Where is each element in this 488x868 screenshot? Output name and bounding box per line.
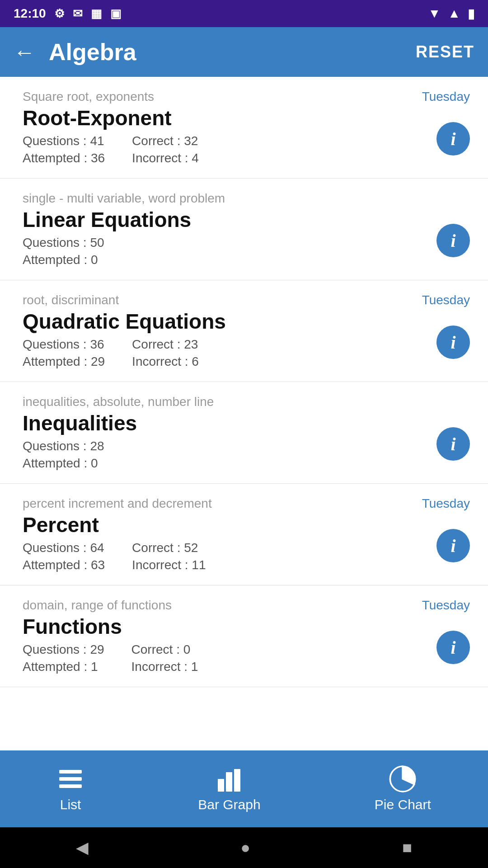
- info-btn-wrap: Tuesday i: [422, 598, 470, 664]
- svg-rect-2: [59, 784, 82, 788]
- info-icon: i: [450, 230, 455, 251]
- info-btn-wrap: Tuesday i: [422, 293, 470, 359]
- info-btn-wrap: Tuesday i: [422, 90, 470, 156]
- stat-incorrect: Incorrect : 6: [132, 354, 199, 369]
- topic-day: Tuesday: [422, 496, 470, 511]
- topic-subtitle: domain, range of functions: [23, 598, 422, 613]
- bottom-nav: List Bar Graph Pie Chart: [0, 750, 488, 827]
- stat-attempted: Attempted : 63: [23, 558, 105, 572]
- svg-rect-4: [226, 772, 232, 792]
- topic-stats: Questions : 41 Attempted : 36 Correct : …: [23, 134, 422, 165]
- topic-left: root, discriminant Quadratic Equations Q…: [23, 293, 422, 369]
- nav-item-pie-chart[interactable]: Pie Chart: [375, 765, 431, 812]
- stat-questions: Questions : 41: [23, 134, 105, 148]
- topic-item-linear-equations[interactable]: single - multi variable, word problem Li…: [0, 179, 488, 280]
- svg-rect-0: [59, 770, 82, 774]
- topic-item-percent[interactable]: percent increment and decrement Percent …: [0, 484, 488, 585]
- gmail-icon: ✉: [73, 7, 83, 21]
- nav-item-bar-graph[interactable]: Bar Graph: [198, 765, 260, 812]
- stat-questions: Questions : 29: [23, 642, 104, 657]
- app-bar: ← Algebra RESET: [0, 27, 488, 77]
- back-button[interactable]: ←: [14, 40, 35, 65]
- status-left: 12:10 ⚙ ✉ ▦ ▣: [14, 6, 122, 21]
- topic-stats: Questions : 36 Attempted : 29 Correct : …: [23, 337, 422, 369]
- topic-day: Tuesday: [422, 598, 470, 613]
- nav-list-label: List: [60, 797, 81, 812]
- sd-icon: ▣: [110, 7, 122, 21]
- info-button[interactable]: i: [436, 122, 470, 156]
- nav-pie-chart-label: Pie Chart: [375, 797, 431, 812]
- status-time: 12:10: [14, 6, 46, 21]
- stat-correct: Correct : 23: [132, 337, 199, 352]
- info-icon: i: [450, 332, 455, 353]
- stat-correct: Correct : 52: [132, 541, 206, 555]
- stat-correct: Correct : 0: [131, 642, 198, 657]
- topic-item-inequalities[interactable]: inequalities, absolute, number line Ineq…: [0, 382, 488, 484]
- topic-left: single - multi variable, word problem Li…: [23, 191, 425, 267]
- topic-stats: Questions : 50 Attempted : 0: [23, 236, 425, 267]
- info-button[interactable]: i: [436, 224, 470, 257]
- stat-incorrect: Incorrect : 1: [131, 660, 198, 674]
- topic-list: Square root, exponents Root-Exponent Que…: [0, 77, 488, 750]
- info-button[interactable]: i: [436, 427, 470, 461]
- topic-name: Percent: [23, 513, 422, 537]
- stat-attempted: Attempted : 0: [23, 253, 104, 267]
- info-icon: i: [450, 128, 455, 150]
- topic-subtitle: inequalities, absolute, number line: [23, 395, 425, 409]
- wifi-icon: ▼: [428, 6, 441, 21]
- topic-stats: Questions : 28 Attempted : 0: [23, 439, 425, 471]
- list-icon: [57, 765, 84, 793]
- info-icon: i: [450, 535, 455, 557]
- topic-stats: Questions : 29 Attempted : 1 Correct : 0…: [23, 642, 422, 674]
- home-nav-button[interactable]: ●: [240, 838, 250, 857]
- svg-rect-1: [59, 777, 82, 781]
- bar-graph-icon: [216, 765, 243, 793]
- stat-questions: Questions : 36: [23, 337, 105, 352]
- info-button[interactable]: i: [436, 326, 470, 359]
- topic-item-root-exponent[interactable]: Square root, exponents Root-Exponent Que…: [0, 77, 488, 179]
- info-icon: i: [450, 637, 455, 658]
- topic-subtitle: single - multi variable, word problem: [23, 191, 425, 206]
- topic-name: Root-Exponent: [23, 106, 422, 130]
- info-icon: i: [450, 434, 455, 455]
- svg-rect-5: [234, 769, 240, 792]
- stat-attempted: Attempted : 0: [23, 456, 104, 471]
- stat-incorrect: Incorrect : 4: [132, 151, 199, 165]
- topic-left: inequalities, absolute, number line Ineq…: [23, 395, 425, 471]
- topic-left: percent increment and decrement Percent …: [23, 496, 422, 572]
- signal-icon: ▲: [448, 6, 460, 21]
- stat-attempted: Attempted : 1: [23, 660, 104, 674]
- topic-day: Tuesday: [422, 90, 470, 104]
- topic-item-functions[interactable]: domain, range of functions Functions Que…: [0, 585, 488, 687]
- svg-rect-3: [218, 779, 224, 792]
- info-button[interactable]: i: [436, 631, 470, 664]
- stat-questions: Questions : 64: [23, 541, 105, 555]
- android-nav-bar: ◀ ● ■: [0, 827, 488, 868]
- battery-icon: ▮: [468, 6, 474, 21]
- topic-subtitle: percent increment and decrement: [23, 496, 422, 511]
- stat-attempted: Attempted : 36: [23, 151, 105, 165]
- topic-day: Tuesday: [422, 293, 470, 307]
- stat-correct: Correct : 32: [132, 134, 199, 148]
- topic-left: domain, range of functions Functions Que…: [23, 598, 422, 674]
- topic-name: Functions: [23, 614, 422, 639]
- info-btn-wrap: i: [425, 395, 470, 461]
- page-title: Algebra: [49, 38, 416, 66]
- topic-name: Inequalities: [23, 411, 425, 435]
- status-bar: 12:10 ⚙ ✉ ▦ ▣ ▼ ▲ ▮: [0, 0, 488, 27]
- settings-icon: ⚙: [54, 7, 65, 21]
- status-right: ▼ ▲ ▮: [428, 6, 474, 21]
- pie-chart-icon: [389, 765, 416, 793]
- nav-item-list[interactable]: List: [57, 765, 84, 812]
- topic-name: Quadratic Equations: [23, 309, 422, 334]
- stat-attempted: Attempted : 29: [23, 354, 105, 369]
- info-button[interactable]: i: [436, 529, 470, 562]
- nav-bar-graph-label: Bar Graph: [198, 797, 260, 812]
- topic-name: Linear Equations: [23, 208, 425, 232]
- reset-button[interactable]: RESET: [416, 42, 474, 61]
- stat-questions: Questions : 50: [23, 236, 104, 250]
- topic-stats: Questions : 64 Attempted : 63 Correct : …: [23, 541, 422, 572]
- back-nav-button[interactable]: ◀: [76, 838, 89, 857]
- topic-item-quadratic-equations[interactable]: root, discriminant Quadratic Equations Q…: [0, 280, 488, 382]
- recents-nav-button[interactable]: ■: [402, 838, 412, 857]
